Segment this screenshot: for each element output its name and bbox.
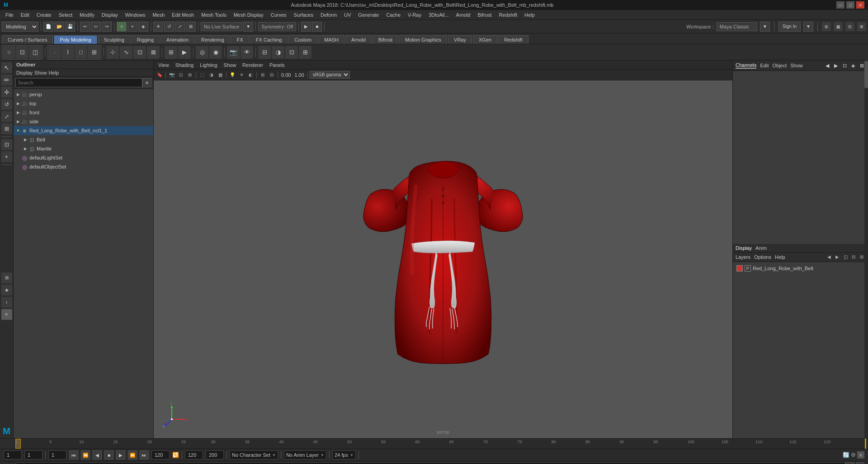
vp-menu-renderer[interactable]: Renderer [240, 62, 266, 68]
paint-button[interactable]: ◈ [138, 22, 148, 32]
symmetry-button[interactable]: Symmetry: Off [258, 22, 296, 31]
current-time-field[interactable]: 1 [24, 450, 42, 459]
layout-icon-2[interactable]: ▦ [834, 22, 843, 31]
outliner-menu-help[interactable]: Help [49, 70, 59, 75]
vp-hud-icon[interactable]: ⊟ [268, 71, 276, 79]
layout-icon-1[interactable]: ⊞ [822, 22, 831, 31]
no-anim-layer-dropdown[interactable]: No Anim Layer [284, 450, 326, 459]
channels-tab[interactable]: Channels [736, 62, 756, 69]
mel-icon-2[interactable]: ◈ [856, 462, 865, 464]
tab-rigging[interactable]: Rigging [131, 35, 160, 44]
anim-start-field[interactable]: 1 [48, 450, 66, 459]
vp-menu-view[interactable]: View [156, 62, 172, 68]
vp-grid-icon[interactable]: ⊞ [259, 71, 267, 79]
menu-uv[interactable]: UV [340, 11, 354, 19]
menu-curves[interactable]: Curves [267, 11, 290, 19]
select-tool-button[interactable]: ⊹ [117, 22, 127, 32]
pb-go-end[interactable]: ⏭ [140, 450, 149, 459]
sign-in-dropdown[interactable]: ▼ [803, 22, 813, 32]
timeline-ruler[interactable]: 1 5 10 15 20 25 30 35 40 45 50 55 60 65 … [14, 439, 868, 449]
mel-icon-1[interactable]: ≡ [845, 462, 854, 464]
outliner-menu-show[interactable]: Show [34, 70, 47, 75]
anim-range-end[interactable]: 200 [206, 450, 224, 459]
fps-dropdown[interactable]: 24 fps [332, 450, 356, 459]
vp-wireframe-icon[interactable]: ⬚ [198, 71, 206, 79]
ipr-render[interactable]: ▶ [178, 46, 191, 59]
ch-icon-3[interactable]: ⊡ [841, 62, 848, 69]
camera-iso[interactable]: 📷 [227, 46, 240, 59]
outliner-scroll-thumb[interactable] [864, 61, 868, 88]
frame-sel[interactable]: ⊞ [299, 46, 311, 59]
vp-shaded-icon[interactable]: ◑ [207, 71, 215, 79]
edit-tab[interactable]: Edit [760, 63, 769, 68]
uv-select[interactable]: ⊞ [88, 46, 100, 59]
pb-stop[interactable]: ■ [104, 450, 113, 459]
tab-arnold[interactable]: Arnold [345, 35, 372, 44]
layer-icon-2[interactable]: ▶ [834, 253, 841, 261]
lasso-button[interactable]: ⌖ [127, 22, 137, 32]
pb-step-fwd[interactable]: ⏩ [128, 450, 137, 459]
tab-curves-surfaces[interactable]: Curves / Surfaces [2, 35, 53, 44]
menu-mesh[interactable]: Mesh [149, 11, 168, 19]
maximize-button[interactable]: □ [846, 1, 854, 9]
layer-visibility-toggle[interactable] [736, 265, 743, 272]
ch-icon-1[interactable]: ◀ [824, 62, 831, 69]
selection-mode-hier[interactable]: ⊡ [16, 46, 28, 59]
menu-bifrost[interactable]: Bifrost [474, 11, 495, 19]
universal-manip[interactable]: ⊞ [1, 123, 12, 134]
show-manip[interactable]: ⊡ [1, 139, 12, 150]
display-layer-icon[interactable]: ⊞ [1, 272, 12, 283]
tab-xgen[interactable]: XGen [473, 35, 497, 44]
vp-menu-shading[interactable]: Shading [173, 62, 196, 68]
new-button[interactable]: 📄 [43, 22, 53, 32]
status-icon-3[interactable]: ≡ [857, 451, 864, 459]
sign-in-button[interactable]: Sign In [778, 22, 801, 32]
vertex-select[interactable]: · [48, 46, 61, 59]
tab-redshift[interactable]: Redshift [498, 35, 528, 44]
snap-view[interactable]: ⊠ [147, 46, 160, 59]
vp-textured-icon[interactable]: ▦ [216, 71, 224, 79]
undo-history-button[interactable]: ⇦ [91, 22, 101, 32]
outliner-item-front[interactable]: ▶ 🎥 front [14, 108, 153, 117]
loop-icon[interactable]: 🔁 [172, 452, 179, 458]
show-tab[interactable]: Show [790, 63, 803, 68]
anim-range-start[interactable]: 120 [185, 450, 203, 459]
workspace-dropdown[interactable]: ▼ [760, 22, 770, 32]
pb-play-fwd[interactable]: ▶ [116, 450, 125, 459]
selection-mode-comp[interactable]: ◫ [29, 46, 42, 59]
tab-animation[interactable]: Animation [160, 35, 194, 44]
frame-end-field[interactable]: 120 [151, 450, 170, 459]
outliner-item-side[interactable]: ▶ 🎥 side [14, 117, 153, 126]
no-live-surface-button[interactable]: No Live Surface [201, 22, 242, 31]
menu-modify[interactable]: Modify [76, 11, 98, 19]
paint-sel-tool[interactable]: ✏ [1, 75, 12, 85]
tab-rendering[interactable]: Rendering [195, 35, 230, 44]
menu-3dtoall[interactable]: 3DtoAll... [425, 11, 453, 19]
options-menu-item[interactable]: Options [754, 254, 771, 260]
vp-camera-select-icon[interactable]: 📷 [168, 71, 176, 79]
snap-point[interactable]: ⊡ [133, 46, 146, 59]
soft-select[interactable]: ◎ [196, 46, 208, 59]
face-select[interactable]: □ [75, 46, 87, 59]
object-tab[interactable]: Object [772, 63, 787, 68]
status-icon-2[interactable]: ⚙ [851, 452, 856, 458]
scale-button[interactable]: ⤢ [175, 22, 185, 32]
menu-vray[interactable]: V-Ray [404, 11, 425, 19]
menu-edit-mesh[interactable]: Edit Mesh [168, 11, 198, 19]
menu-create[interactable]: Create [33, 11, 55, 19]
tab-sculpting[interactable]: Sculpting [98, 35, 130, 44]
scale-tool[interactable]: ⤢ [1, 111, 12, 122]
outliner-item-belt[interactable]: ▶ ◫ Belt [14, 135, 153, 144]
pb-step-back[interactable]: ⏪ [81, 450, 90, 459]
minimize-button[interactable]: ─ [836, 1, 844, 9]
current-frame-field[interactable]: 1 [4, 450, 22, 459]
tab-vray[interactable]: VRay [448, 35, 472, 44]
vp-menu-show[interactable]: Show [221, 62, 239, 68]
show-hide-sel[interactable]: ⊟ [258, 46, 271, 59]
layers-menu-item[interactable]: Layers [736, 254, 750, 260]
selection-mode-obj[interactable]: ○ [3, 46, 15, 59]
layer-playback-toggle[interactable]: P [745, 265, 751, 272]
live-surface-toggle[interactable]: ▼ [243, 22, 253, 32]
open-button[interactable]: 📂 [54, 22, 64, 32]
help-menu-item[interactable]: Help [775, 254, 785, 260]
